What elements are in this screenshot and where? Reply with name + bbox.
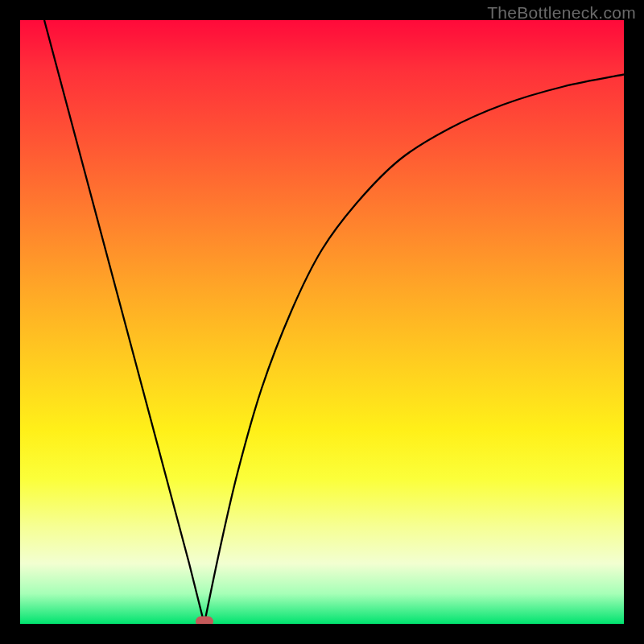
- minimum-marker: [196, 617, 213, 625]
- watermark-text: TheBottleneck.com: [487, 3, 636, 23]
- chart-frame: TheBottleneck.com: [0, 0, 644, 644]
- curve-path: [44, 20, 624, 624]
- bottleneck-curve: [20, 20, 624, 624]
- plot-area: [20, 20, 624, 624]
